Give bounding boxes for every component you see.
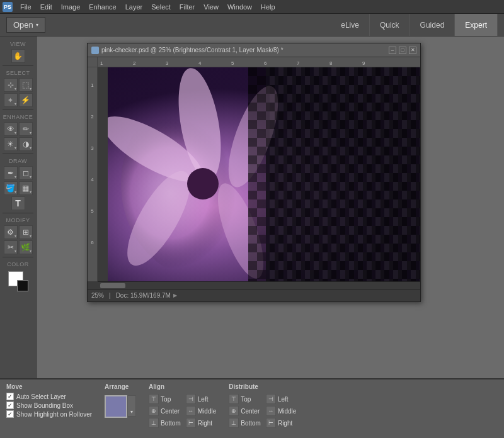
open-dropdown-arrow: ▾ [36, 22, 38, 28]
distribute-buttons: ⊤ Top ⊕ Center ⊥ Bottom ⊣ Left ↔ [229, 394, 296, 428]
blur-tool[interactable]: ◑ [19, 137, 33, 151]
distribute-center-button[interactable]: ⊕ [229, 406, 239, 416]
distribute-left-button[interactable]: ⊣ [266, 394, 276, 404]
align-top-row: ⊤ Top [149, 394, 181, 404]
svg-point-8 [171, 67, 228, 183]
tab-quick[interactable]: Quick [370, 14, 410, 36]
distribute-col-2: ⊣ Left ↔ Middle ⊢ Right [266, 394, 296, 428]
align-middle-row: ↔ Middle [186, 406, 216, 416]
tab-elive[interactable]: eLive [331, 14, 370, 36]
align-col-1: ⊤ Top ⊕ Center ⊥ Bottom [149, 394, 181, 428]
align-top-button[interactable]: ⊤ [149, 394, 159, 404]
gradient-tool[interactable]: ▦ [19, 181, 33, 195]
distribute-top-button[interactable]: ⊤ [229, 394, 239, 404]
app-icon: PS [3, 2, 13, 12]
lasso-tool[interactable]: ⌖ [4, 93, 18, 107]
type-tool[interactable]: T [11, 196, 25, 210]
move-title: Move [6, 383, 92, 390]
auto-select-row: Auto Select Layer [6, 393, 92, 400]
modify-tools-row1: ⚙ ⊞ [0, 225, 36, 240]
dodge-tool[interactable]: ☀ [4, 137, 18, 151]
menu-window[interactable]: Window [224, 2, 256, 12]
bounding-box-label: Show Bounding Box [16, 402, 73, 409]
align-right-row: ⊢ Right [186, 418, 216, 428]
foreground-color-swatch[interactable] [17, 280, 28, 291]
svg-point-14 [187, 168, 219, 199]
mode-tabs: eLive Quick Guided Expert [331, 14, 498, 36]
scrollbar-horizontal[interactable] [98, 281, 420, 289]
distribute-bottom-row: ⊥ Bottom [229, 418, 261, 428]
align-col-2: ⊣ Left ↔ Middle ⊢ Right [186, 394, 216, 428]
distribute-center-row: ⊕ Center [229, 406, 261, 416]
arrange-box[interactable] [105, 395, 127, 418]
menu-file[interactable]: File [16, 2, 35, 12]
align-bottom-button[interactable]: ⊥ [149, 418, 159, 428]
distribute-top-row: ⊤ Top [229, 394, 261, 404]
eyedropper-tool[interactable]: 👁 [4, 122, 18, 136]
menu-view[interactable]: View [200, 2, 222, 12]
header-bar: Open ▾ eLive Quick Guided Expert [0, 14, 504, 36]
distribute-col-1: ⊤ Top ⊕ Center ⊥ Bottom [229, 394, 261, 428]
marquee-tool[interactable]: ⬚ [19, 78, 33, 92]
align-buttons: ⊤ Top ⊕ Center ⊥ Bottom ⊣ Left ↔ [149, 394, 216, 428]
image-row: 1 2 3 4 5 6 [88, 67, 420, 281]
ruler-numbers-h: 1 2 3 4 5 6 7 8 9 [100, 60, 395, 67]
canvas-statusbar: 25% | Doc: 15.9M/169.7M ▶ [88, 289, 420, 301]
arrange-controls: ▾ [105, 391, 136, 418]
minimize-button[interactable]: – [389, 47, 396, 54]
canvas-window: pink-checker.psd @ 25% (Brightness/Contr… [87, 43, 421, 302]
status-arrow[interactable]: ▶ [173, 293, 177, 298]
align-left-row: ⊣ Left [186, 394, 216, 404]
tab-expert[interactable]: Expert [455, 14, 498, 36]
magic-wand-tool[interactable]: ⚡ [19, 93, 33, 107]
align-middle-button[interactable]: ↔ [186, 406, 196, 416]
arrange-arrow-icon: ▾ [130, 409, 133, 415]
arrange-section: Arrange ▾ [105, 383, 136, 434]
scrollbar-thumb[interactable] [100, 283, 125, 288]
distribute-right-button[interactable]: ⊢ [266, 418, 276, 428]
hand-tool[interactable]: ✋ [11, 49, 25, 63]
brush-tool[interactable]: ✏ [19, 122, 33, 136]
pencil-tool[interactable]: ✒ [4, 166, 18, 180]
bounding-box-checkbox[interactable] [6, 402, 14, 409]
section-view-label: VIEW [0, 39, 36, 48]
menu-edit[interactable]: Edit [37, 2, 56, 12]
menu-image[interactable]: Image [57, 2, 84, 12]
arrange-dropdown[interactable]: ▾ [127, 395, 136, 417]
menu-enhance[interactable]: Enhance [85, 2, 120, 12]
distribute-bottom-button[interactable]: ⊥ [229, 418, 239, 428]
color-swatches [0, 269, 36, 294]
tab-guided[interactable]: Guided [410, 14, 455, 36]
eraser-tool[interactable]: ◻ [19, 166, 33, 180]
enhance-tools-row1: 👁 ✏ [0, 121, 36, 137]
paint-bucket-tool[interactable]: 🪣 [4, 181, 18, 195]
image-canvas [108, 67, 420, 281]
align-title: Align [149, 383, 216, 390]
align-center-button[interactable]: ⊕ [149, 406, 159, 416]
close-button[interactable]: ✕ [409, 47, 416, 54]
modify-tools-row2: ✂ 🌿 [0, 240, 36, 255]
select-tools-row1: ⊹ ⬚ [0, 77, 36, 93]
crop-tool[interactable]: ⚙ [4, 225, 18, 239]
distribute-left-row: ⊣ Left [266, 394, 296, 404]
move-section: Move Auto Select Layer Show Bounding Box… [6, 383, 92, 434]
healing-tool[interactable]: ✂ [4, 240, 18, 254]
image-viewport[interactable] [108, 67, 420, 281]
highlight-rollover-checkbox[interactable] [6, 410, 14, 418]
transform-tool[interactable]: ⊞ [19, 225, 33, 239]
menu-filter[interactable]: Filter [176, 2, 198, 12]
highlight-rollover-row: Show Highlight on Rollover [6, 410, 92, 418]
menu-layer[interactable]: Layer [122, 2, 147, 12]
auto-select-label: Auto Select Layer [16, 393, 66, 400]
content-tool[interactable]: 🌿 [19, 240, 33, 254]
distribute-middle-button[interactable]: ↔ [266, 406, 276, 416]
menu-help[interactable]: Help [257, 2, 279, 12]
open-button[interactable]: Open ▾ [6, 17, 45, 33]
maximize-button[interactable]: □ [399, 47, 406, 54]
select-tool[interactable]: ⊹ [4, 78, 18, 92]
checker-overlay [248, 67, 420, 281]
align-right-button[interactable]: ⊢ [186, 418, 196, 428]
auto-select-checkbox[interactable] [6, 393, 14, 400]
menu-select[interactable]: Select [147, 2, 175, 12]
align-left-button[interactable]: ⊣ [186, 394, 196, 404]
